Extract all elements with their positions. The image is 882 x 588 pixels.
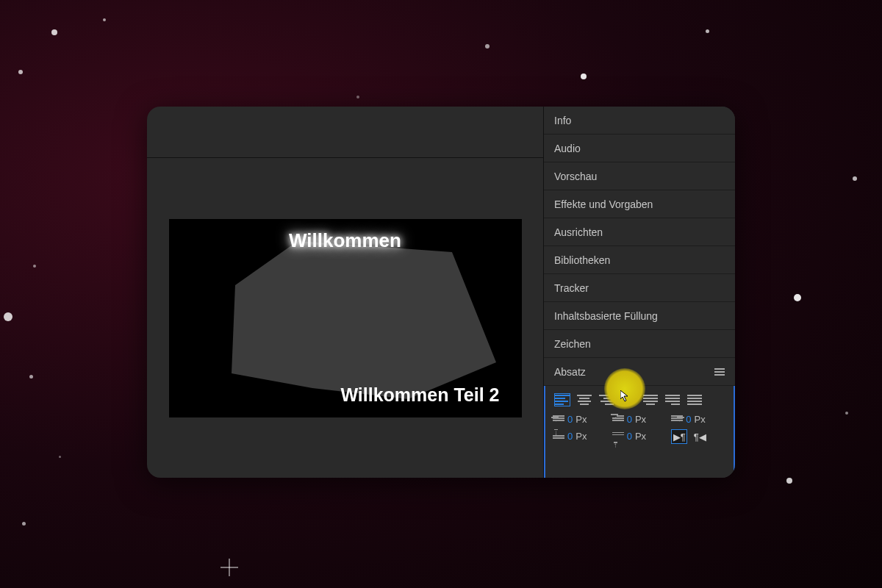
composition-viewport[interactable]: Willkommen Willkommen Teil 2: [147, 158, 543, 478]
indent-right-value[interactable]: 0: [686, 414, 691, 425]
side-panel-stack: Info Audio Vorschau Effekte und Vorgaben…: [544, 107, 735, 478]
align-right-button[interactable]: [598, 393, 614, 406]
unit-label: Px: [576, 414, 587, 425]
svg-marker-0: [232, 241, 496, 399]
panel-tab-preview[interactable]: Vorschau: [544, 162, 735, 190]
first-line-indent-icon: →: [612, 415, 624, 425]
star: [59, 456, 61, 458]
star: [853, 176, 857, 181]
star: [51, 29, 57, 35]
panel-tab-tracker[interactable]: Tracker: [544, 274, 735, 302]
panel-label: Ausrichten: [554, 226, 603, 238]
text-layer-title: Willkommen: [169, 229, 522, 252]
justify-last-center-button[interactable]: [642, 393, 659, 406]
indent-left-icon: →: [553, 415, 564, 425]
align-center-button[interactable]: [576, 393, 592, 406]
star: [4, 312, 12, 321]
justify-all-button[interactable]: [686, 393, 703, 406]
star: [356, 96, 359, 98]
alignment-row: [551, 393, 728, 406]
composition-header: [147, 107, 543, 158]
composition-pane: Willkommen Willkommen Teil 2: [147, 107, 544, 478]
space-before-value[interactable]: 0: [567, 431, 573, 442]
star: [794, 294, 801, 301]
panel-tab-info[interactable]: Info: [544, 107, 735, 135]
align-left-button[interactable]: [554, 393, 570, 406]
indent-right-icon: ←: [671, 415, 683, 425]
star: [33, 265, 36, 268]
panel-tab-character[interactable]: Zeichen: [544, 330, 735, 358]
panel-tab-paragraph[interactable]: Absatz: [544, 358, 735, 386]
panel-label: Vorschau: [554, 171, 597, 182]
star: [485, 44, 490, 49]
panel-label: Info: [554, 115, 571, 126]
panel-tab-align[interactable]: Ausrichten: [544, 218, 735, 246]
star: [581, 74, 587, 79]
unit-label: Px: [635, 414, 646, 425]
first-line-indent-value[interactable]: 0: [627, 414, 632, 425]
panel-menu-icon[interactable]: [714, 367, 725, 377]
panel-label: Tracker: [554, 282, 589, 294]
justify-last-left-button[interactable]: [620, 393, 637, 406]
space-before-field[interactable]: ↓ 0 Px: [553, 428, 609, 444]
text-direction-group: ▶¶ ¶◀: [671, 428, 728, 444]
panel-tab-contentfill[interactable]: Inhaltsbasierte Füllung: [544, 302, 735, 330]
unit-label: Px: [695, 414, 706, 425]
panel-label: Bibliotheken: [554, 254, 610, 266]
unit-label: Px: [576, 431, 587, 442]
space-after-value[interactable]: 0: [627, 431, 632, 442]
panel-label: Effekte und Vorgaben: [554, 198, 653, 210]
crosshair-icon: [220, 559, 238, 576]
star: [706, 29, 709, 33]
app-window: Willkommen Willkommen Teil 2 Info Audio …: [147, 107, 735, 478]
spacing-grid: → 0 Px → 0 Px ← 0 Px ↓ 0 Px: [551, 414, 728, 444]
indent-left-value[interactable]: 0: [567, 414, 573, 425]
star: [22, 522, 26, 526]
space-after-icon: ↑: [612, 431, 624, 441]
panel-tab-effects[interactable]: Effekte und Vorgaben: [544, 190, 735, 218]
panel-label: Inhaltsbasierte Füllung: [554, 310, 658, 322]
composition-canvas[interactable]: Willkommen Willkommen Teil 2: [169, 219, 522, 417]
panel-tab-audio[interactable]: Audio: [544, 135, 735, 162]
paragraph-panel-body: → 0 Px → 0 Px ← 0 Px ↓ 0 Px: [544, 386, 735, 478]
ltr-button[interactable]: ▶¶: [671, 429, 687, 444]
indent-left-field[interactable]: → 0 Px: [553, 414, 609, 425]
unit-label: Px: [635, 431, 646, 442]
panel-label: Absatz: [554, 366, 586, 378]
star: [29, 375, 33, 379]
panel-label: Audio: [554, 143, 581, 154]
star: [18, 70, 23, 74]
panel-tab-libraries[interactable]: Bibliotheken: [544, 246, 735, 274]
rtl-button[interactable]: ¶◀: [692, 429, 708, 444]
space-before-icon: ↓: [553, 431, 564, 441]
indent-right-field[interactable]: ← 0 Px: [671, 414, 728, 425]
justify-last-right-button[interactable]: [664, 393, 681, 406]
star: [845, 412, 848, 415]
panel-label: Zeichen: [554, 338, 591, 350]
star: [786, 478, 792, 484]
star: [103, 18, 106, 21]
space-after-field[interactable]: ↑ 0 Px: [612, 428, 669, 444]
first-line-indent-field[interactable]: → 0 Px: [612, 414, 669, 425]
text-layer-subtitle: Willkommen Teil 2: [169, 384, 522, 406]
